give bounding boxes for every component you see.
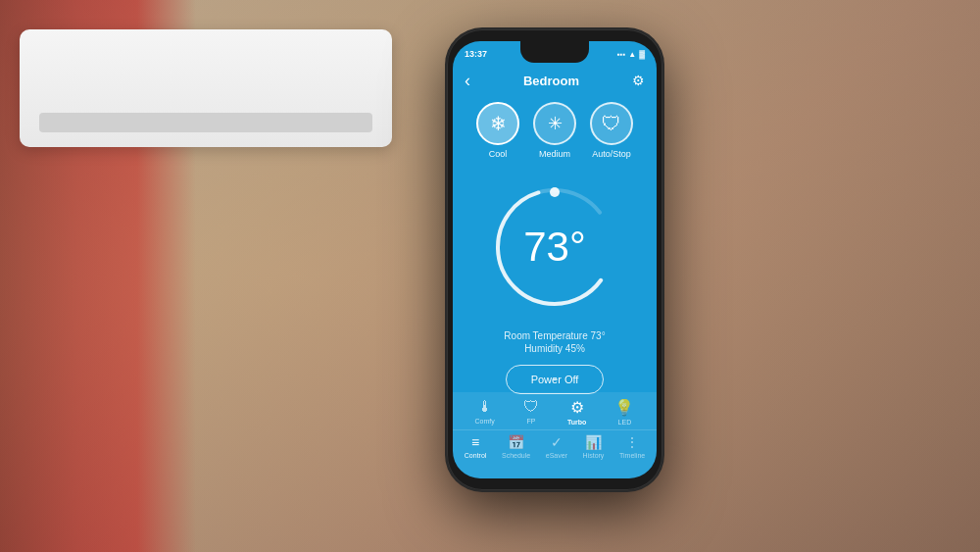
- medium-icon-circle: ✳: [533, 102, 576, 145]
- esaver-tab-label: eSaver: [546, 452, 567, 459]
- timeline-tab-label: Timeline: [619, 452, 645, 459]
- timeline-tab[interactable]: ⋮ Timeline: [619, 434, 645, 459]
- cool-icon-circle: ❄: [476, 102, 519, 145]
- bottom-navigation: 🌡 Comfy 🛡 FP ⚙ Turbo 💡 LED: [453, 392, 657, 478]
- mode-selector-row: 🌡 Comfy 🛡 FP ⚙ Turbo 💡 LED: [453, 392, 657, 430]
- autostop-icon-circle: 🛡: [590, 102, 633, 145]
- page-title: Bedroom: [523, 74, 579, 88]
- notch: [520, 41, 589, 63]
- control-tab-label: Control: [465, 452, 487, 459]
- esaver-tab[interactable]: ✓ eSaver: [546, 434, 567, 459]
- led-nav-item[interactable]: 💡 LED: [614, 398, 634, 426]
- control-icon: ≡: [471, 434, 479, 450]
- turbo-nav-item[interactable]: ⚙ Turbo: [567, 398, 586, 426]
- chevron-up-icon[interactable]: ˅: [552, 376, 558, 390]
- comfy-nav-item[interactable]: 🌡 Comfy: [475, 398, 495, 426]
- cool-mode-button[interactable]: ❄ Cool: [476, 102, 519, 159]
- mode-buttons-container: ❄ Cool ✳ Medium 🛡 Auto/Stop: [453, 102, 657, 159]
- status-time: 13:37: [465, 49, 487, 59]
- led-icon: 💡: [614, 398, 634, 417]
- svg-point-2: [550, 187, 560, 197]
- ac-unit: [20, 29, 392, 147]
- autostop-label: Auto/Stop: [592, 149, 631, 159]
- schedule-icon: 📅: [508, 434, 524, 450]
- phone-frame: 13:37 ▪▪▪ ▲ ▓ ‹ Bedroom ⚙ ❄ Coo: [447, 29, 662, 490]
- autostop-mode-button[interactable]: 🛡 Auto/Stop: [590, 102, 633, 159]
- temperature-dial[interactable]: 73°: [486, 178, 623, 316]
- signal-icon: ▪▪▪: [617, 50, 626, 59]
- top-nav: ‹ Bedroom ⚙: [453, 63, 657, 98]
- led-nav-label: LED: [618, 419, 632, 426]
- humidity-text: Humidity 45%: [453, 343, 657, 354]
- snowflake-icon: ❄: [490, 112, 507, 135]
- temperature-display: 73°: [523, 226, 586, 268]
- cool-label: Cool: [489, 149, 508, 159]
- medium-label: Medium: [539, 149, 570, 159]
- back-button[interactable]: ‹: [465, 71, 470, 91]
- history-tab-label: History: [583, 452, 605, 459]
- schedule-tab-label: Schedule: [502, 452, 530, 459]
- fp-icon: 🛡: [523, 398, 539, 416]
- comfy-nav-label: Comfy: [475, 418, 495, 425]
- wifi-icon: ▲: [628, 50, 636, 59]
- battery-icon: ▓: [639, 50, 645, 59]
- fp-nav-label: FP: [526, 418, 535, 425]
- turbo-icon: ⚙: [570, 398, 584, 417]
- room-temperature-text: Room Temperature 73°: [453, 330, 657, 341]
- history-tab[interactable]: 📊 History: [583, 434, 605, 459]
- settings-icon[interactable]: ⚙: [632, 73, 645, 88]
- esaver-icon: ✓: [551, 434, 563, 450]
- schedule-tab[interactable]: 📅 Schedule: [502, 434, 530, 459]
- status-icons: ▪▪▪ ▲ ▓: [617, 50, 645, 59]
- shield-icon: 🛡: [602, 113, 621, 135]
- fp-nav-item[interactable]: 🛡 FP: [523, 398, 539, 426]
- room-info: Room Temperature 73° Humidity 45%: [453, 330, 657, 354]
- turbo-nav-label: Turbo: [567, 419, 586, 426]
- timeline-icon: ⋮: [625, 434, 639, 450]
- history-icon: 📊: [585, 434, 602, 450]
- control-tab[interactable]: ≡ Control: [465, 434, 487, 459]
- comfy-icon: 🌡: [477, 398, 493, 416]
- fan-icon: ✳: [548, 113, 563, 134]
- tab-bar-row: ≡ Control 📅 Schedule ✓ eSaver 📊 History: [453, 430, 657, 465]
- temperature-value: 73°: [523, 226, 586, 268]
- phone-wrapper: 13:37 ▪▪▪ ▲ ▓ ‹ Bedroom ⚙ ❄ Coo: [447, 29, 662, 490]
- phone-screen: 13:37 ▪▪▪ ▲ ▓ ‹ Bedroom ⚙ ❄ Coo: [453, 41, 657, 478]
- medium-mode-button[interactable]: ✳ Medium: [533, 102, 576, 159]
